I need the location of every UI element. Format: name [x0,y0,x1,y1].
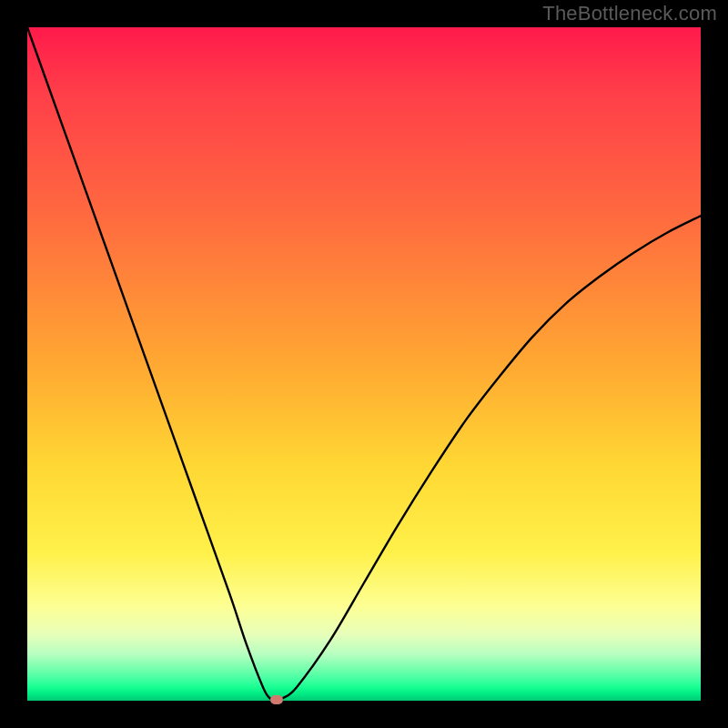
minimum-marker [270,695,283,704]
plot-area [27,27,701,701]
bottleneck-curve [27,27,701,701]
watermark-text: TheBottleneck.com [542,2,717,25]
chart-frame: TheBottleneck.com [0,0,728,728]
